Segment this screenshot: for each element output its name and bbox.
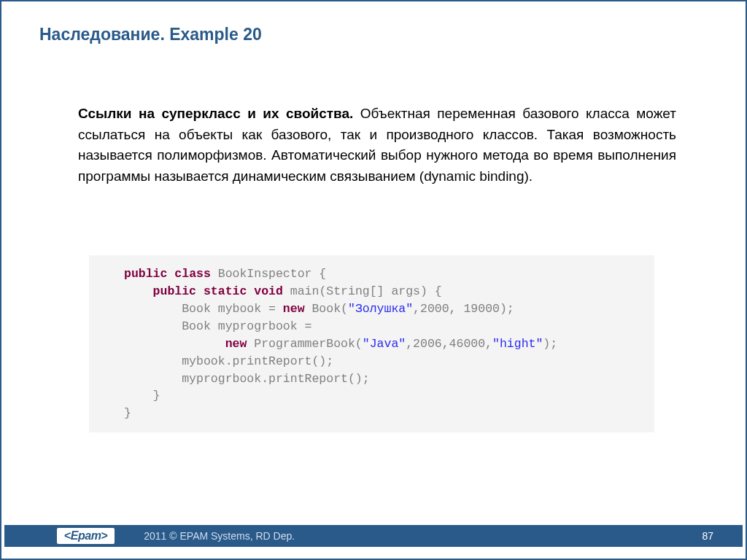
code-text: myprogrbook.printReport(); xyxy=(182,372,369,386)
slide-title: Наследование. Example 20 xyxy=(39,25,262,44)
paragraph: Ссылки на суперкласс и их свойства. Объе… xyxy=(78,104,676,187)
epam-logo: <Epam> xyxy=(57,528,115,544)
footer-bar: <Epam> 2011 © EPAM Systems, RD Dep. 87 xyxy=(4,525,743,547)
code-text: Book mybook = xyxy=(182,302,283,316)
code-text: main(String[] args) { xyxy=(283,284,442,298)
code-string: "Золушка" xyxy=(348,302,413,316)
paragraph-lead: Ссылки на суперкласс и их свойства. xyxy=(78,106,353,121)
kw-public: public xyxy=(153,284,196,298)
code-string: "Java" xyxy=(363,337,406,351)
code-text: ,2000, 19000); xyxy=(413,302,514,316)
kw-class: class xyxy=(174,267,211,281)
code-text: BookInspector { xyxy=(211,267,326,281)
kw-new: new xyxy=(225,337,247,351)
page-number: 87 xyxy=(702,530,713,542)
code-text: } xyxy=(153,389,160,402)
code-text: Book( xyxy=(305,302,348,316)
footer-copyright: 2011 © EPAM Systems, RD Dep. xyxy=(144,530,295,542)
code-text: ProgrammerBook( xyxy=(247,337,362,351)
code-text: } xyxy=(124,406,131,420)
kw-void: void xyxy=(254,284,283,298)
code-block: public class BookInspector { public stat… xyxy=(89,255,654,432)
code-text: Book myprogrbook = xyxy=(182,319,311,333)
kw-static: static xyxy=(204,284,247,298)
code-string: "hight" xyxy=(492,337,543,351)
code-text: mybook.printReport(); xyxy=(182,354,333,368)
code-text: ); xyxy=(543,337,557,351)
kw-new: new xyxy=(283,302,305,316)
code-text: ,2006,46000, xyxy=(406,337,492,351)
kw-public: public xyxy=(124,267,167,281)
